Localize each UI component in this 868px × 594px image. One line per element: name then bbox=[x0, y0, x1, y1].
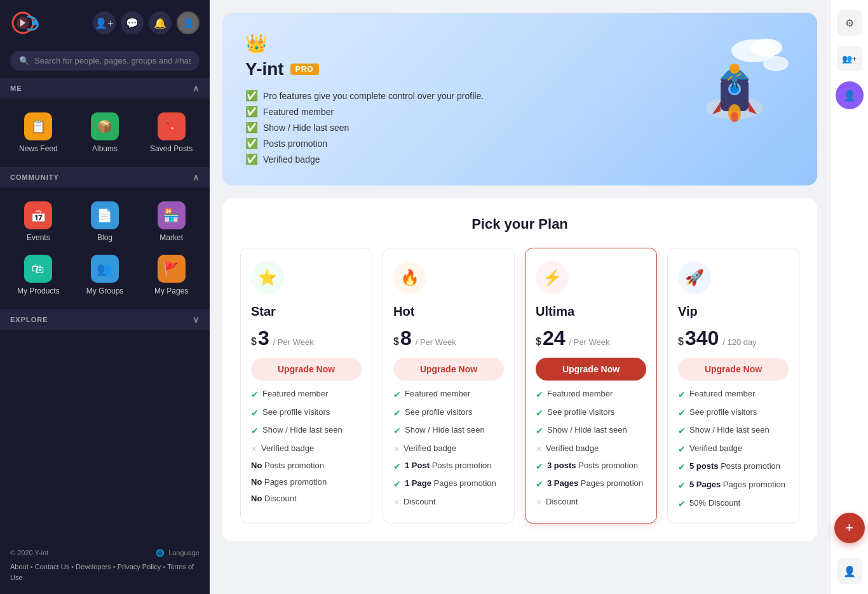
hot-plan-name: Hot bbox=[393, 304, 504, 319]
user-avatar[interactable]: 👤 bbox=[177, 11, 200, 34]
vip-feat-1: ✔Featured member bbox=[678, 388, 789, 402]
albums-label: Albums bbox=[92, 144, 118, 153]
pages-icon: 🚩 bbox=[158, 255, 186, 283]
search-box[interactable]: 🔍 bbox=[10, 51, 200, 71]
hot-plan-price: $ 8 / Per Week bbox=[393, 327, 504, 350]
community-chevron-icon[interactable]: ∧ bbox=[193, 172, 200, 182]
plan-card-star: ⭐ Star $ 3 / Per Week Upgrade Now ✔Featu… bbox=[240, 248, 372, 523]
market-label: Market bbox=[159, 233, 183, 242]
settings-button[interactable]: ⚙ bbox=[837, 10, 862, 36]
check-icon: ✔ bbox=[393, 389, 401, 402]
add-people-button[interactable]: 👥+ bbox=[837, 46, 862, 71]
gear-icon: ⚙ bbox=[845, 17, 854, 29]
star-upgrade-button[interactable]: Upgrade Now bbox=[251, 358, 362, 381]
check-icon: ✔ bbox=[678, 407, 686, 420]
left-sidebar: 👤+ 💬 🔔 👤 🔍 ME ∧ 📋 News Feed 📦 Alb bbox=[0, 0, 210, 594]
star-feat-7: No Discount bbox=[251, 493, 362, 504]
check-icon: ✔ bbox=[251, 407, 259, 420]
check-icon: ✅ bbox=[245, 153, 258, 165]
saved-posts-label: Saved Posts bbox=[150, 144, 193, 153]
logo[interactable] bbox=[10, 8, 46, 38]
main-content: 👑 Y-int PRO ✅ Pro features give you comp… bbox=[210, 0, 830, 594]
sidebar-item-groups[interactable]: 👥 My Groups bbox=[72, 248, 139, 302]
sidebar-item-saved-posts[interactable]: 🔖 Saved Posts bbox=[138, 106, 205, 159]
pro-badge: PRO bbox=[290, 64, 319, 75]
pro-feature-featured: ✅ Featured member bbox=[245, 105, 574, 118]
messages-button[interactable]: 💬 bbox=[121, 11, 144, 34]
ultima-upgrade-button[interactable]: Upgrade Now bbox=[536, 358, 646, 381]
blog-label: Blog bbox=[97, 233, 112, 242]
check-icon: ✔ bbox=[393, 461, 401, 473]
sidebar-item-blog[interactable]: 📄 Blog bbox=[72, 195, 139, 248]
vip-feat-6: ✔5 Pages Pages promotion bbox=[678, 479, 789, 492]
pro-banner: 👑 Y-int PRO ✅ Pro features give you comp… bbox=[222, 13, 817, 186]
plans-grid: ⭐ Star $ 3 / Per Week Upgrade Now ✔Featu… bbox=[240, 248, 799, 523]
language-link[interactable]: 🌐 Language bbox=[156, 548, 200, 559]
hot-feat-1: ✔Featured member bbox=[393, 388, 504, 402]
svg-rect-14 bbox=[732, 74, 737, 83]
ultima-feat-2: ✔See profile visitors bbox=[536, 407, 646, 420]
vip-feat-7: ✔50% Discount bbox=[678, 497, 789, 511]
check-icon: ✔ bbox=[393, 478, 401, 491]
sidebar-item-pages[interactable]: 🚩 My Pages bbox=[138, 248, 205, 302]
ultima-feat-4: ✕Verified badge bbox=[536, 443, 646, 455]
events-icon: 📅 bbox=[24, 201, 52, 229]
people-button[interactable]: 👤 bbox=[837, 558, 862, 584]
search-icon: 🔍 bbox=[19, 56, 29, 65]
star-plan-icon: ⭐ bbox=[251, 261, 284, 294]
footer-contact[interactable]: Contact Us bbox=[35, 563, 69, 570]
x-icon: ✕ bbox=[393, 497, 400, 508]
fab-button[interactable]: + bbox=[834, 513, 865, 543]
groups-label: My Groups bbox=[86, 287, 124, 295]
sidebar-item-newsfeed[interactable]: 📋 News Feed bbox=[5, 106, 72, 159]
hot-upgrade-button[interactable]: Upgrade Now bbox=[393, 358, 504, 381]
x-icon: ✕ bbox=[251, 444, 257, 455]
check-icon: ✔ bbox=[251, 425, 259, 438]
pro-illustration bbox=[665, 25, 792, 140]
plan-card-hot: 🔥 Hot $ 8 / Per Week Upgrade Now ✔Featur… bbox=[383, 248, 515, 523]
check-icon: ✅ bbox=[245, 90, 258, 102]
ultima-feat-5: ✔3 posts Posts promotion bbox=[536, 460, 646, 473]
footer-developers[interactable]: Developers bbox=[76, 563, 111, 570]
footer-about[interactable]: About bbox=[10, 563, 29, 570]
check-icon: ✔ bbox=[536, 461, 543, 473]
header-icons: 👤+ 💬 🔔 👤 bbox=[93, 11, 200, 34]
svg-point-10 bbox=[730, 84, 739, 93]
check-icon: ✔ bbox=[393, 425, 401, 438]
explore-chevron-icon[interactable]: ∨ bbox=[193, 314, 200, 325]
check-icon: ✅ bbox=[245, 121, 258, 133]
newsfeed-icon: 📋 bbox=[24, 112, 52, 140]
people-icon: 👤 bbox=[843, 565, 856, 577]
sidebar-item-products[interactable]: 🛍 My Products bbox=[5, 248, 72, 302]
hot-plan-icon: 🔥 bbox=[393, 261, 426, 294]
notifications-button[interactable]: 🔔 bbox=[149, 11, 172, 34]
vip-upgrade-button[interactable]: Upgrade Now bbox=[678, 358, 789, 381]
check-icon: ✔ bbox=[678, 389, 686, 402]
sidebar-item-events[interactable]: 📅 Events bbox=[5, 195, 72, 248]
vip-feat-2: ✔See profile visitors bbox=[678, 407, 789, 420]
x-icon: ✕ bbox=[536, 497, 542, 508]
star-features: ✔Featured member ✔See profile visitors ✔… bbox=[251, 388, 362, 504]
check-icon: ✔ bbox=[678, 498, 686, 511]
groups-icon: 👥 bbox=[91, 255, 119, 283]
right-user-avatar[interactable]: 👤 bbox=[836, 81, 864, 109]
search-input[interactable] bbox=[34, 56, 191, 65]
footer-privacy[interactable]: Privacy Policy bbox=[118, 563, 161, 570]
me-chevron-icon[interactable]: ∧ bbox=[193, 83, 200, 93]
hot-feat-7: ✕Discount bbox=[393, 496, 504, 508]
check-icon: ✔ bbox=[678, 480, 686, 492]
add-friend-button[interactable]: 👤+ bbox=[93, 11, 116, 34]
add-friend-icon: 👤+ bbox=[95, 17, 113, 29]
saved-posts-icon: 🔖 bbox=[158, 112, 186, 140]
sidebar-item-market[interactable]: 🏪 Market bbox=[138, 195, 205, 248]
ultima-plan-price: $ 24 / Per Week bbox=[536, 327, 646, 350]
check-icon: ✔ bbox=[536, 478, 543, 491]
hot-feat-5: ✔1 Post Posts promotion bbox=[393, 460, 504, 473]
ultima-features: ✔Featured member ✔See profile visitors ✔… bbox=[536, 388, 646, 508]
check-icon: ✔ bbox=[251, 389, 259, 402]
sidebar-item-albums[interactable]: 📦 Albums bbox=[72, 106, 139, 159]
ultima-plan-icon: ⚡ bbox=[536, 261, 569, 294]
check-icon: ✅ bbox=[245, 105, 258, 118]
star-feat-1: ✔Featured member bbox=[251, 388, 362, 402]
section-explore: EXPLORE ∨ bbox=[0, 309, 210, 330]
